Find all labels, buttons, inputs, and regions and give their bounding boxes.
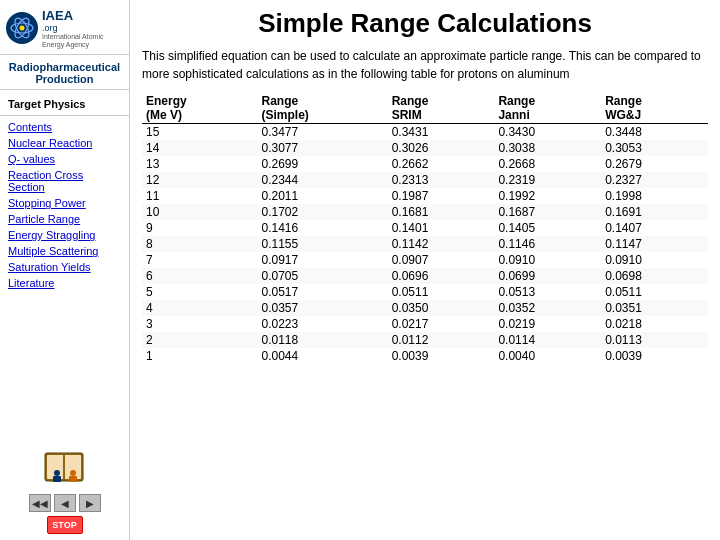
sub-label: International Atomic Energy Agency <box>42 33 123 48</box>
sidebar-item-saturation-yields[interactable]: Saturation Yields <box>0 259 129 275</box>
table-cell: 12 <box>142 172 258 188</box>
table-cell: 0.1401 <box>388 220 495 236</box>
table-cell: 0.3431 <box>388 124 495 141</box>
table-row: 50.05170.05110.05130.0511 <box>142 284 708 300</box>
table-cell: 0.3053 <box>601 140 708 156</box>
table-cell: 0.0705 <box>258 268 388 284</box>
table-row: 120.23440.23130.23190.2327 <box>142 172 708 188</box>
table-cell: 0.0217 <box>388 316 495 332</box>
sidebar-item-stopping-power[interactable]: Stopping Power <box>0 195 129 211</box>
forward-button[interactable]: ▶ <box>79 494 101 512</box>
sidebar-title: Radiopharmaceutical Production <box>0 55 129 90</box>
logo-area: IAEA .org International Atomic Energy Ag… <box>0 4 129 55</box>
table-header-row: Energy(Me V) Range(Simple) RangeSRIM Ran… <box>142 93 708 124</box>
table-cell: 1 <box>142 348 258 364</box>
table-cell: 14 <box>142 140 258 156</box>
table-cell: 0.2327 <box>601 172 708 188</box>
table-cell: 0.3038 <box>494 140 601 156</box>
table-cell: 0.0917 <box>258 252 388 268</box>
logo-text: IAEA .org International Atomic Energy Ag… <box>42 8 123 48</box>
table-cell: 13 <box>142 156 258 172</box>
table-cell: 0.0699 <box>494 268 601 284</box>
sidebar-item-reaction-cross-section[interactable]: Reaction Cross Section <box>0 167 129 195</box>
back-back-button[interactable]: ◀◀ <box>29 494 51 512</box>
table-cell: 0.3077 <box>258 140 388 156</box>
table-cell: 9 <box>142 220 258 236</box>
sidebar-item-contents[interactable]: Contents <box>0 119 129 135</box>
range-table: Energy(Me V) Range(Simple) RangeSRIM Ran… <box>142 93 708 364</box>
table-cell: 0.1691 <box>601 204 708 220</box>
back-button[interactable]: ◀ <box>54 494 76 512</box>
iaea-label: IAEA <box>42 8 123 23</box>
table-cell: 0.0112 <box>388 332 495 348</box>
table-cell: 0.3448 <box>601 124 708 141</box>
table-cell: 0.1147 <box>601 236 708 252</box>
sidebar-item-literature[interactable]: Literature <box>0 275 129 291</box>
sidebar-item-energy-straggling[interactable]: Energy Straggling <box>0 227 129 243</box>
table-cell: 0.0039 <box>601 348 708 364</box>
table-cell: 0.3430 <box>494 124 601 141</box>
col-header-range-wgj: RangeWG&J <box>601 93 708 124</box>
table-cell: 0.0910 <box>601 252 708 268</box>
stop-button[interactable]: STOP <box>47 516 83 534</box>
book-icon <box>40 445 90 490</box>
sidebar-item-particle-range[interactable]: Particle Range <box>0 211 129 227</box>
table-cell: 0.0219 <box>494 316 601 332</box>
table-cell: 0.0357 <box>258 300 388 316</box>
table-cell: 15 <box>142 124 258 141</box>
table-cell: 0.1416 <box>258 220 388 236</box>
table-cell: 0.1702 <box>258 204 388 220</box>
sidebar-item-multiple-scattering[interactable]: Multiple Scattering <box>0 243 129 259</box>
nav-buttons: ◀◀ ◀ ▶ <box>29 494 101 512</box>
table-cell: 0.2011 <box>258 188 388 204</box>
table-cell: 0.2668 <box>494 156 601 172</box>
table-cell: 0.0118 <box>258 332 388 348</box>
table-cell: 6 <box>142 268 258 284</box>
svg-point-4 <box>20 26 25 31</box>
table-cell: 0.3477 <box>258 124 388 141</box>
table-cell: 0.2344 <box>258 172 388 188</box>
table-cell: 0.0218 <box>601 316 708 332</box>
table-cell: 0.2313 <box>388 172 495 188</box>
table-cell: 0.0223 <box>258 316 388 332</box>
table-cell: 0.0696 <box>388 268 495 284</box>
col-header-range-janni: RangeJanni <box>494 93 601 124</box>
table-cell: 0.0910 <box>494 252 601 268</box>
col-header-range-simple: Range(Simple) <box>258 93 388 124</box>
table-row: 60.07050.06960.06990.0698 <box>142 268 708 284</box>
table-cell: 0.1687 <box>494 204 601 220</box>
table-row: 80.11550.11420.11460.1147 <box>142 236 708 252</box>
svg-rect-9 <box>53 476 61 482</box>
table-cell: 0.2662 <box>388 156 495 172</box>
table-row: 30.02230.02170.02190.0218 <box>142 316 708 332</box>
table-cell: 0.0351 <box>601 300 708 316</box>
table-cell: 0.2319 <box>494 172 601 188</box>
table-cell: 0.0698 <box>601 268 708 284</box>
table-cell: 7 <box>142 252 258 268</box>
table-cell: 0.1998 <box>601 188 708 204</box>
table-cell: 0.0039 <box>388 348 495 364</box>
page-title: Simple Range Calculations <box>142 8 708 39</box>
table-cell: 11 <box>142 188 258 204</box>
table-row: 140.30770.30260.30380.3053 <box>142 140 708 156</box>
table-cell: 10 <box>142 204 258 220</box>
intro-text: This simplified equation can be used to … <box>142 47 708 83</box>
table-row: 110.20110.19870.19920.1998 <box>142 188 708 204</box>
table-cell: 3 <box>142 316 258 332</box>
table-cell: 0.0113 <box>601 332 708 348</box>
table-cell: 0.1142 <box>388 236 495 252</box>
table-row: 40.03570.03500.03520.0351 <box>142 300 708 316</box>
table-cell: 0.1146 <box>494 236 601 252</box>
table-row: 90.14160.14010.14050.1407 <box>142 220 708 236</box>
table-cell: 0.1987 <box>388 188 495 204</box>
svg-point-10 <box>70 470 76 476</box>
table-cell: 0.1407 <box>601 220 708 236</box>
sidebar-bottom: ◀◀ ◀ ▶ STOP <box>29 445 101 540</box>
table-cell: 0.0114 <box>494 332 601 348</box>
sidebar-item-nuclear-reaction[interactable]: Nuclear Reaction <box>0 135 129 151</box>
sidebar-item-q-values[interactable]: Q- values <box>0 151 129 167</box>
iaea-logo-icon <box>6 12 38 44</box>
table-cell: 0.0352 <box>494 300 601 316</box>
table-cell: 0.0517 <box>258 284 388 300</box>
table-cell: 0.3026 <box>388 140 495 156</box>
